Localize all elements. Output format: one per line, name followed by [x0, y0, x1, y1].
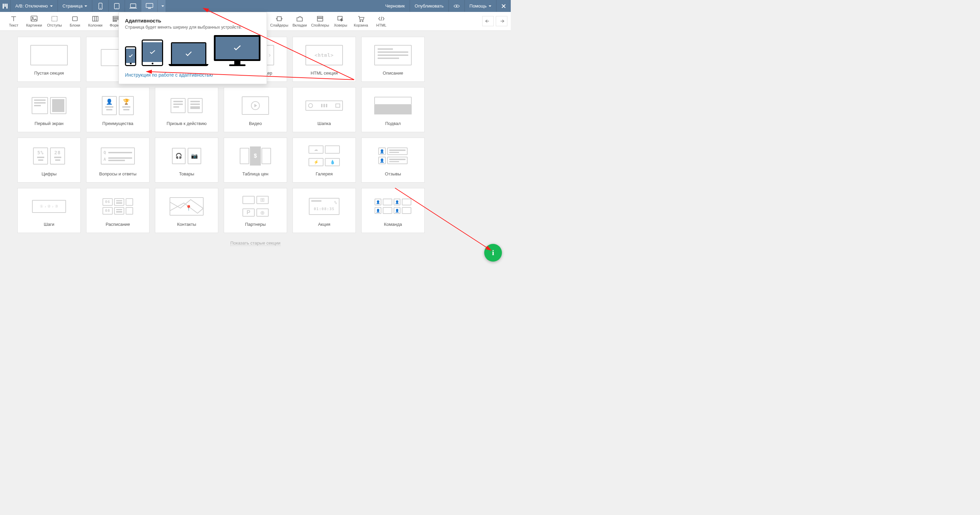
svg-point-6 [116, 8, 117, 8]
svg-rect-7 [130, 4, 136, 8]
tool-html[interactable]: HTML [371, 12, 391, 31]
tool-hovers[interactable]: Ховеры [330, 12, 351, 31]
device-tablet[interactable] [108, 0, 125, 12]
tool-text[interactable]: Текст [3, 12, 24, 31]
section-faq[interactable]: QAВопросы и ответы [86, 138, 150, 183]
draft-label: Черновик [380, 0, 409, 12]
logo[interactable] [0, 0, 10, 12]
device-preview-laptop[interactable] [169, 42, 208, 66]
section-video[interactable]: Видео [224, 87, 287, 132]
section-goods[interactable]: 🎧📷Товары [155, 138, 218, 183]
tool-blocks[interactable]: Блоки [65, 12, 85, 31]
eye-icon [453, 4, 460, 8]
section-numbers[interactable]: 5%28Цифры [18, 138, 81, 183]
undo-button[interactable] [482, 16, 494, 26]
tool-sliders2[interactable]: Слайдеры [269, 12, 290, 31]
device-preview-tablet[interactable] [142, 40, 163, 66]
tool-spoilers[interactable]: Спойлеры [310, 12, 330, 31]
device-preview-row [125, 35, 261, 66]
svg-point-31 [362, 21, 363, 22]
device-desktop[interactable] [141, 0, 158, 12]
image-icon [30, 15, 38, 22]
section-footer[interactable]: Подвал [361, 87, 425, 132]
responsiveness-guide-link[interactable]: Инструкция по работе с адаптивностью [125, 72, 261, 78]
desktop-icon [145, 3, 154, 10]
redo-button[interactable] [496, 16, 508, 26]
section-reviews[interactable]: 👤👤Отзывы [361, 138, 425, 183]
padding-icon [50, 15, 59, 22]
tabs-icon [296, 15, 304, 22]
section-pricing[interactable]: $Таблица цен [224, 138, 287, 183]
tool-cart[interactable]: Корзина [351, 12, 371, 31]
device-dropdown[interactable] [158, 0, 165, 12]
device-laptop[interactable] [125, 0, 141, 12]
section-promo[interactable]: %01:08:35Акция [293, 188, 356, 233]
text-icon [10, 15, 18, 22]
section-advantages[interactable]: 👤🏆Преимущества [86, 87, 150, 132]
preview-button[interactable] [449, 0, 465, 12]
tool-tabs[interactable]: Вкладки [290, 12, 310, 31]
section-first-screen[interactable]: Первый экран [18, 87, 81, 132]
popover-subtitle: Страница будет менять ширину для выбранн… [125, 25, 261, 30]
section-html[interactable]: <html>HTML секция [293, 37, 356, 82]
section-header[interactable]: Шапка [293, 87, 356, 132]
section-cta[interactable]: Призыв к действию [155, 87, 218, 132]
section-steps[interactable]: ①›②›③Шаги [18, 188, 81, 233]
tablet-icon [113, 3, 120, 10]
svg-point-4 [100, 8, 101, 8]
caret-down-icon [488, 5, 492, 7]
ab-toggle[interactable]: A/B: Отключено [10, 0, 57, 12]
tool-columns[interactable]: Колонки [85, 12, 105, 31]
check-icon [150, 50, 155, 54]
section-empty[interactable]: Пустая секция [18, 37, 81, 82]
svg-point-11 [32, 18, 33, 18]
block-icon [71, 15, 79, 22]
svg-point-30 [360, 21, 361, 22]
svg-rect-0 [3, 3, 4, 8]
svg-rect-27 [317, 16, 323, 18]
svg-rect-14 [92, 16, 98, 21]
svg-rect-28 [317, 18, 323, 21]
show-old-sections-link[interactable]: Показать старые секции [230, 241, 280, 246]
top-bar: A/B: Отключено Страница Черновик Опублик… [0, 0, 511, 12]
svg-rect-12 [52, 16, 57, 21]
help-fab[interactable]: i [484, 244, 502, 261]
laptop-icon [129, 3, 137, 9]
section-gallery[interactable]: ☁⚡💧Галерея [293, 138, 356, 183]
device-preview-phone[interactable] [125, 46, 136, 66]
help-dropdown[interactable]: Помощь [465, 0, 496, 12]
section-schedule[interactable]: 0608Расписание [86, 188, 150, 233]
svg-rect-13 [73, 17, 77, 21]
svg-rect-1 [5, 3, 6, 6]
phone-icon [98, 3, 103, 10]
close-button[interactable] [496, 0, 511, 12]
svg-rect-26 [277, 17, 281, 21]
code-icon [377, 15, 385, 22]
caret-down-icon [50, 5, 53, 7]
section-contacts[interactable]: 📍Контакты [155, 188, 218, 233]
check-icon [186, 51, 192, 56]
section-description[interactable]: Описание [361, 37, 425, 82]
publish-button[interactable]: Опубликовать [410, 0, 449, 12]
page-dropdown[interactable]: Страница [57, 0, 92, 12]
svg-rect-2 [6, 3, 8, 8]
section-partners[interactable]: ⊞P⊕Партнеры [224, 188, 287, 233]
caret-down-icon [161, 5, 164, 7]
svg-rect-10 [31, 16, 37, 21]
popover-title: Адаптивность [125, 18, 261, 24]
svg-rect-15 [113, 16, 118, 18]
section-team[interactable]: 👤👤👤👤Команда [361, 188, 425, 233]
tool-images[interactable]: Картинки [24, 12, 44, 31]
device-phone[interactable] [92, 0, 108, 12]
cursor-icon [336, 15, 345, 22]
close-icon [501, 4, 506, 8]
svg-rect-17 [113, 21, 116, 21]
redo-icon [499, 19, 504, 23]
device-preview-desktop[interactable] [214, 35, 261, 66]
check-icon [129, 54, 133, 57]
tool-padding[interactable]: Отступы [44, 12, 65, 31]
responsiveness-popover: Адаптивность Страница будет менять ширин… [118, 12, 267, 84]
cart-icon [357, 15, 365, 22]
info-icon: i [492, 248, 494, 257]
check-icon [234, 45, 241, 51]
